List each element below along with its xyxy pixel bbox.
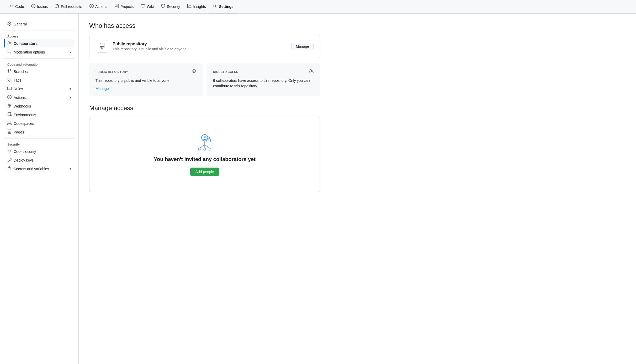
sidebar-item-webhooks[interactable]: Webhooks bbox=[4, 102, 74, 110]
actions-sidebar-label: Actions bbox=[14, 95, 26, 100]
issues-icon bbox=[31, 4, 35, 9]
actions-icon bbox=[89, 4, 94, 9]
sidebar-item-code-security[interactable]: Code security bbox=[4, 147, 74, 156]
collaborators-label: Collaborators bbox=[14, 41, 38, 46]
code-icon bbox=[9, 4, 14, 9]
sidebar-item-branches[interactable]: Branches bbox=[4, 67, 74, 76]
public-repo-icon-container bbox=[96, 40, 108, 53]
general-label: General bbox=[14, 22, 27, 26]
deploy-keys-label: Deploy keys bbox=[14, 158, 34, 162]
public-panel-label: PUBLIC REPOSITORY bbox=[96, 70, 128, 73]
eye-icon bbox=[192, 69, 196, 75]
manage-access-box: You haven't invited any collaborators ye… bbox=[89, 117, 320, 192]
svg-point-8 bbox=[198, 148, 200, 150]
nav-projects-label: Projects bbox=[120, 4, 134, 9]
svg-line-7 bbox=[205, 145, 210, 148]
nav-issues[interactable]: Issues bbox=[28, 0, 51, 14]
code-automation-label: Code and automation bbox=[4, 61, 74, 67]
public-repo-description: This repository is public and visible to… bbox=[113, 47, 287, 51]
nav-projects[interactable]: Projects bbox=[112, 0, 137, 14]
public-repo-card: Public repository This repository is pub… bbox=[89, 35, 320, 58]
svg-point-9 bbox=[204, 148, 206, 150]
sidebar-item-actions[interactable]: Actions ▾ bbox=[4, 93, 74, 101]
nav-settings[interactable]: Settings bbox=[210, 0, 237, 14]
sidebar-section-code-automation: Code and automation Branches Tags bbox=[4, 61, 74, 136]
direct-access-panel: DIRECT ACCESS 0 collaborators have acces… bbox=[207, 63, 320, 96]
pages-label: Pages bbox=[14, 130, 24, 134]
nav-insights[interactable]: Insights bbox=[184, 0, 209, 14]
sidebar-item-rules[interactable]: Rules ▾ bbox=[4, 85, 74, 93]
rules-label: Rules bbox=[14, 87, 23, 91]
sidebar: General Access Collaborators Modera bbox=[0, 14, 79, 364]
code-security-icon bbox=[7, 149, 12, 154]
sidebar-item-environments[interactable]: Environments bbox=[4, 111, 74, 119]
sidebar-item-codespaces[interactable]: Codespaces bbox=[4, 119, 74, 127]
main-content: Who has access Public repository This re… bbox=[79, 14, 331, 364]
moderation-label: Moderation options bbox=[14, 50, 45, 54]
sidebar-section-access: Access Collaborators Moderation options … bbox=[4, 33, 74, 56]
repository-icon bbox=[99, 43, 105, 50]
sidebar-divider-2 bbox=[4, 58, 74, 58]
codespaces-label: Codespaces bbox=[14, 121, 34, 126]
add-people-button[interactable]: Add people bbox=[190, 168, 219, 176]
public-panel-manage-link[interactable]: Manage bbox=[96, 87, 109, 91]
rules-icon bbox=[7, 86, 12, 91]
webhooks-label: Webhooks bbox=[14, 104, 31, 108]
actions-chevron: ▾ bbox=[70, 96, 71, 99]
wiki-icon bbox=[141, 4, 145, 9]
people-icon bbox=[309, 69, 314, 75]
collaborators-illustration bbox=[194, 133, 215, 152]
code-security-label: Code security bbox=[14, 149, 36, 154]
tags-label: Tags bbox=[14, 78, 22, 82]
sidebar-divider-3 bbox=[4, 138, 74, 138]
svg-point-10 bbox=[209, 148, 211, 150]
general-icon bbox=[7, 22, 12, 26]
top-nav: Code Issues Pull requests Actions Projec… bbox=[0, 0, 636, 14]
sidebar-item-moderation[interactable]: Moderation options ▾ bbox=[4, 48, 74, 56]
sidebar-item-deploy-keys[interactable]: Deploy keys bbox=[4, 156, 74, 164]
nav-actions[interactable]: Actions bbox=[86, 0, 110, 14]
nav-actions-label: Actions bbox=[95, 4, 107, 9]
public-panel-text: This repository is public and visible to… bbox=[96, 78, 171, 83]
sidebar-item-tags[interactable]: Tags bbox=[4, 76, 74, 84]
nav-pull-requests[interactable]: Pull requests bbox=[52, 0, 85, 14]
secrets-label: Secrets and variables bbox=[14, 167, 49, 171]
sidebar-divider bbox=[4, 30, 74, 30]
public-panel: PUBLIC REPOSITORY This repository is pub… bbox=[89, 63, 203, 96]
codespaces-icon bbox=[7, 121, 12, 126]
deploy-keys-icon bbox=[7, 158, 12, 163]
pull-requests-icon bbox=[55, 4, 59, 9]
nav-settings-label: Settings bbox=[219, 4, 234, 9]
branch-icon bbox=[7, 69, 12, 74]
sidebar-general[interactable]: General bbox=[4, 20, 74, 28]
manage-access-section: Manage access bbox=[89, 104, 320, 192]
who-has-access-title: Who has access bbox=[89, 22, 320, 29]
sidebar-item-secrets[interactable]: Secrets and variables ▾ bbox=[4, 165, 74, 173]
sidebar-item-collaborators[interactable]: Collaborators bbox=[4, 39, 74, 47]
sidebar-item-pages[interactable]: Pages bbox=[4, 128, 74, 136]
nav-security[interactable]: Security bbox=[158, 0, 183, 14]
nav-wiki-label: Wiki bbox=[147, 4, 153, 9]
projects-icon bbox=[115, 4, 119, 9]
no-collaborators-title: You haven't invited any collaborators ye… bbox=[154, 156, 256, 162]
sidebar-section-security: Security Code security Deploy keys bbox=[4, 141, 74, 173]
environments-label: Environments bbox=[14, 113, 36, 117]
moderation-chevron: ▾ bbox=[70, 50, 71, 54]
direct-access-label: DIRECT ACCESS bbox=[213, 70, 238, 73]
access-section-label: Access bbox=[4, 33, 74, 39]
nav-code-label: Code bbox=[15, 4, 24, 9]
insights-icon bbox=[187, 4, 192, 9]
nav-wiki[interactable]: Wiki bbox=[138, 0, 157, 14]
collaborators-icon bbox=[7, 41, 12, 46]
branches-label: Branches bbox=[14, 69, 29, 74]
page-layout: General Access Collaborators Modera bbox=[0, 14, 636, 364]
security-icon bbox=[161, 4, 165, 9]
security-section-label: Security bbox=[4, 141, 74, 147]
direct-access-text: collaborators have access to this reposi… bbox=[213, 78, 310, 88]
rules-chevron: ▾ bbox=[70, 87, 71, 91]
secrets-chevron: ▾ bbox=[70, 167, 71, 171]
nav-code[interactable]: Code bbox=[6, 0, 27, 14]
manage-button[interactable]: Manage bbox=[291, 43, 314, 50]
svg-point-3 bbox=[208, 140, 209, 141]
svg-line-5 bbox=[199, 145, 205, 148]
